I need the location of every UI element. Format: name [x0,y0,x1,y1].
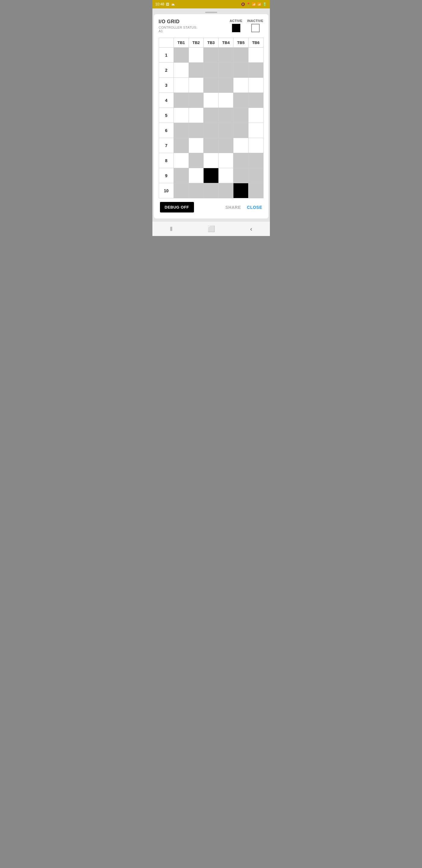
cell-5-tb6[interactable] [248,108,263,123]
cell-3-tb1[interactable] [174,78,189,93]
page-title: I/O GRID [159,19,197,24]
row-num-6: 6 [159,123,174,138]
cell-3-tb2[interactable] [189,78,204,93]
status-bar-left: 10:48 🖼 ⛅ [155,2,175,6]
header-tb3: TB3 [204,38,219,48]
table-row: 1 [159,48,263,63]
cell-7-tb4[interactable] [218,138,233,153]
cell-2-tb3[interactable] [204,63,219,78]
back-icon[interactable]: ‹ [250,225,252,232]
cell-8-tb1[interactable] [174,153,189,168]
row-num-2: 2 [159,63,174,78]
cell-4-tb1[interactable] [174,93,189,108]
cell-1-tb2[interactable] [189,48,204,63]
cell-7-tb1[interactable] [174,138,189,153]
cell-1-tb6[interactable] [248,48,263,63]
cell-2-tb2[interactable] [189,63,204,78]
cell-3-tb3[interactable] [204,78,219,93]
cell-5-tb3[interactable] [204,108,219,123]
table-row: 6 [159,123,263,138]
cell-8-tb6[interactable] [248,153,263,168]
cell-6-tb5[interactable] [233,123,249,138]
home-icon[interactable]: ⬜ [207,225,215,232]
debug-button[interactable]: DEBUG OFF [160,202,194,213]
cell-9-tb6[interactable] [248,168,263,183]
cell-9-tb4[interactable] [218,168,233,183]
status-bar: 10:48 🖼 ⛅ 🔕 📍 📶 📶 🔋 [153,0,270,8]
recent-apps-icon[interactable]: ⫴ [170,225,172,232]
cell-6-tb3[interactable] [204,123,219,138]
inactive-label: INACTIVE [247,19,264,23]
cell-5-tb5[interactable] [233,108,249,123]
modal-content: I/O GRID CONTROLLER STATUS: A1 ACTIVE IN… [154,14,268,218]
cell-10-tb5[interactable] [233,183,249,198]
cell-4-tb5[interactable] [233,93,249,108]
cell-9-tb1[interactable] [174,168,189,183]
cell-2-tb5[interactable] [233,63,249,78]
cell-4-tb3[interactable] [204,93,219,108]
close-button[interactable]: CLOSE [247,205,262,210]
share-button[interactable]: SHARE [225,205,241,210]
signal-icon: 📶 [257,2,261,6]
modal-handle-area [154,10,268,14]
phone-wrapper: 10:48 🖼 ⛅ 🔕 📍 📶 📶 🔋 I/O GRID CONTROLLER … [153,0,270,236]
cell-2-tb1[interactable] [174,63,189,78]
cell-7-tb3[interactable] [204,138,219,153]
active-indicator [232,24,240,32]
cell-2-tb4[interactable] [218,63,233,78]
cell-1-tb5[interactable] [233,48,249,63]
cell-8-tb4[interactable] [218,153,233,168]
cell-5-tb1[interactable] [174,108,189,123]
cell-8-tb2[interactable] [189,153,204,168]
table-row: 8 [159,153,263,168]
cell-9-tb3[interactable] [204,168,219,183]
cell-5-tb4[interactable] [218,108,233,123]
cell-10-tb2[interactable] [189,183,204,198]
cell-4-tb6[interactable] [248,93,263,108]
cell-8-tb5[interactable] [233,153,249,168]
status-bar-right: 🔕 📍 📶 📶 🔋 [241,2,267,6]
table-row: 9 [159,168,263,183]
cell-7-tb5[interactable] [233,138,249,153]
cell-6-tb4[interactable] [218,123,233,138]
photo-icon: 🖼 [166,2,169,6]
io-grid: TB1 TB2 TB3 TB4 TB5 TB6 1 [159,38,264,198]
row-num-4: 4 [159,93,174,108]
legend-inactive: INACTIVE [247,19,264,32]
row-num-3: 3 [159,78,174,93]
row-num-8: 8 [159,153,174,168]
cell-6-tb2[interactable] [189,123,204,138]
row-num-9: 9 [159,168,174,183]
table-row: 7 [159,138,263,153]
cell-3-tb6[interactable] [248,78,263,93]
cell-6-tb6[interactable] [248,123,263,138]
cell-10-tb4[interactable] [218,183,233,198]
cell-1-tb4[interactable] [218,48,233,63]
cell-1-tb1[interactable] [174,48,189,63]
row-num-7: 7 [159,138,174,153]
modal-handle [205,12,217,13]
cell-3-tb5[interactable] [233,78,249,93]
weather-icon: ⛅ [171,2,175,6]
cell-10-tb3[interactable] [204,183,219,198]
cell-3-tb4[interactable] [218,78,233,93]
cell-1-tb3[interactable] [204,48,219,63]
header-tb2: TB2 [189,38,204,48]
cell-5-tb2[interactable] [189,108,204,123]
cell-10-tb1[interactable] [174,183,189,198]
cell-9-tb5[interactable] [233,168,249,183]
cell-4-tb4[interactable] [218,93,233,108]
wifi-icon: 📶 [252,2,256,6]
cell-6-tb1[interactable] [174,123,189,138]
cell-10-tb6[interactable] [248,183,263,198]
cell-2-tb6[interactable] [248,63,263,78]
table-row: 5 [159,108,263,123]
cell-7-tb2[interactable] [189,138,204,153]
cell-8-tb3[interactable] [204,153,219,168]
time-display: 10:48 [155,2,164,6]
row-num-1: 1 [159,48,174,63]
cell-9-tb2[interactable] [189,168,204,183]
cell-4-tb2[interactable] [189,93,204,108]
cell-7-tb6[interactable] [248,138,263,153]
title-area: I/O GRID CONTROLLER STATUS: A1 [159,19,197,33]
